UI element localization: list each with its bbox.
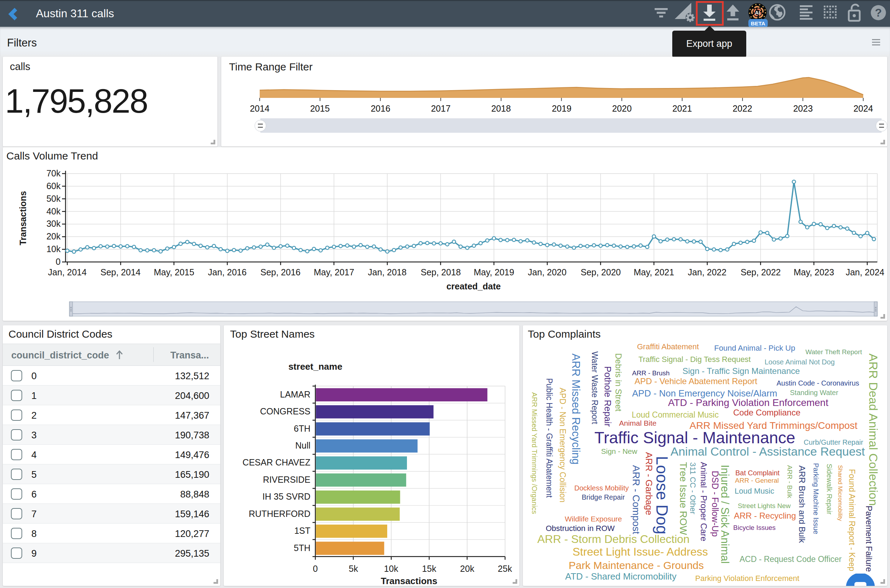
svg-text:AI: AI [755,10,760,15]
svg-text:BETA: BETA [751,20,765,26]
svg-text:?: ? [875,6,882,19]
